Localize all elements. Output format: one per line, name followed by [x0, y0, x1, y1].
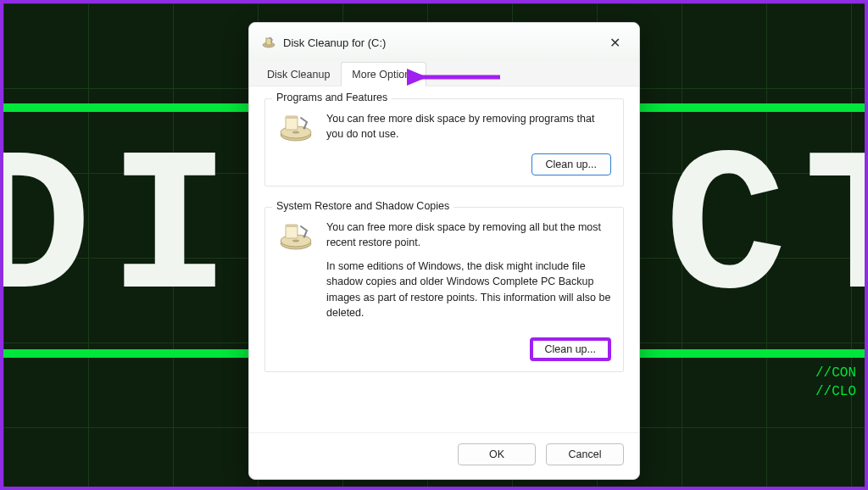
cleanup-restore-button[interactable]: Clean up...	[530, 337, 611, 361]
dialog-title: Disk Cleanup for (C:)	[283, 36, 596, 49]
close-button[interactable]: ✕	[603, 31, 627, 54]
group-restore-text: You can free more disk space by removing…	[326, 220, 611, 329]
svg-point-7	[303, 127, 306, 130]
svg-point-4	[292, 131, 299, 134]
group-restore-title: System Restore and Shadow Copies	[272, 200, 453, 212]
dialog-footer: OK Cancel	[249, 432, 639, 479]
bg-side-line1: //CON	[815, 364, 856, 382]
group-system-restore: System Restore and Shadow Copies You can…	[264, 207, 624, 372]
disk-icon	[277, 113, 314, 145]
tab-more-options[interactable]: More Options	[341, 62, 426, 86]
svg-point-10	[292, 240, 299, 242]
cleanup-programs-button[interactable]: Clean up...	[531, 153, 611, 175]
svg-rect-6	[286, 116, 298, 119]
svg-rect-12	[286, 225, 298, 227]
restore-text-2: In some editions of Windows, the disk mi…	[326, 259, 611, 320]
tab-bar: Disk Cleanup More Options	[249, 61, 639, 86]
svg-point-13	[303, 236, 306, 238]
bg-side-line2: //CLO	[815, 382, 856, 401]
cancel-button[interactable]: Cancel	[546, 443, 624, 465]
svg-rect-1	[266, 38, 271, 45]
bg-side-text: //CON //CLO	[815, 364, 856, 402]
tab-content: Programs and Features You can free more …	[249, 86, 639, 432]
disk-cleanup-dialog: Disk Cleanup for (C:) ✕ Disk Cleanup Mor…	[248, 22, 640, 480]
restore-text-1: You can free more disk space by removing…	[326, 220, 611, 250]
disk-cleanup-icon	[261, 36, 276, 51]
tab-disk-cleanup[interactable]: Disk Cleanup	[256, 62, 341, 86]
titlebar: Disk Cleanup for (C:) ✕	[249, 23, 639, 61]
disk-icon	[277, 221, 314, 253]
group-programs-title: Programs and Features	[272, 92, 392, 103]
ok-button[interactable]: OK	[458, 443, 536, 465]
group-programs-features: Programs and Features You can free more …	[264, 98, 624, 187]
group-programs-text: You can free more disk space by removing…	[326, 111, 611, 142]
